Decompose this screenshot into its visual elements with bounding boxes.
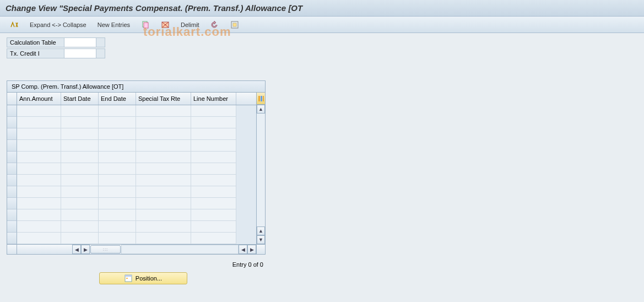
row-selector[interactable] — [7, 105, 17, 117]
cell[interactable] — [17, 117, 61, 128]
cell[interactable] — [17, 163, 61, 175]
cell[interactable] — [17, 128, 61, 140]
table-config-icon[interactable] — [257, 93, 265, 105]
cell[interactable] — [17, 221, 61, 233]
scroll-down-icon[interactable]: ▼ — [257, 235, 265, 244]
col-header-start-date[interactable]: Start Date — [61, 93, 99, 105]
cell[interactable] — [99, 105, 136, 117]
cell[interactable] — [61, 209, 99, 221]
cell[interactable] — [61, 186, 99, 198]
cell[interactable] — [136, 117, 191, 128]
horizontal-scrollbar[interactable]: ◀ ▶ ::: ◀ ▶ — [7, 244, 265, 254]
cell[interactable] — [191, 163, 236, 175]
cell[interactable] — [136, 105, 191, 117]
row-selector[interactable] — [7, 128, 17, 140]
vscroll-track[interactable] — [257, 114, 265, 227]
scroll-up2-icon[interactable]: ▲ — [257, 227, 265, 235]
cell[interactable] — [191, 140, 236, 152]
tx-credit-input[interactable] — [64, 48, 96, 58]
cell[interactable] — [191, 105, 236, 117]
cell[interactable] — [99, 117, 136, 128]
row-selector[interactable] — [7, 233, 17, 244]
col-header-tax-rate[interactable]: Special Tax Rte — [136, 93, 191, 105]
calc-table-input[interactable] — [64, 37, 96, 47]
cell[interactable] — [191, 117, 236, 128]
cell[interactable] — [17, 175, 61, 186]
row-selector[interactable] — [7, 198, 17, 209]
cell[interactable] — [191, 198, 236, 209]
delimit-button[interactable]: Delimit — [176, 20, 204, 30]
calc-table-help-icon[interactable] — [96, 37, 105, 47]
cell[interactable] — [99, 209, 136, 221]
scroll-right-icon[interactable]: ▶ — [247, 245, 256, 254]
cell[interactable] — [61, 117, 99, 128]
cell[interactable] — [99, 221, 136, 233]
cell[interactable] — [136, 152, 191, 163]
cell[interactable] — [191, 209, 236, 221]
cell[interactable] — [17, 233, 61, 244]
hscroll-track[interactable] — [121, 245, 239, 254]
row-selector[interactable] — [7, 152, 17, 163]
cell[interactable] — [136, 163, 191, 175]
scroll-up-icon[interactable]: ▲ — [257, 105, 265, 114]
cell[interactable] — [99, 198, 136, 209]
position-button[interactable]: Position... — [99, 272, 187, 284]
cell[interactable] — [136, 175, 191, 186]
scroll-right-inner-icon[interactable]: ▶ — [81, 245, 90, 254]
scroll-left2-icon[interactable]: ◀ — [239, 245, 247, 254]
cell[interactable] — [17, 198, 61, 209]
cell[interactable] — [136, 198, 191, 209]
cell[interactable] — [136, 186, 191, 198]
row-selector[interactable] — [7, 186, 17, 198]
row-selector-header[interactable] — [7, 93, 17, 105]
cell[interactable] — [191, 175, 236, 186]
cell[interactable] — [99, 163, 136, 175]
cell[interactable] — [61, 221, 99, 233]
cell[interactable] — [17, 105, 61, 117]
cell[interactable] — [61, 128, 99, 140]
hscroll-thumb[interactable]: ::: — [90, 245, 121, 254]
col-header-end-date[interactable]: End Date — [99, 93, 136, 105]
copy-icon[interactable] — [137, 19, 154, 31]
cell[interactable] — [61, 105, 99, 117]
cell[interactable] — [17, 152, 61, 163]
cell[interactable] — [61, 198, 99, 209]
col-header-ann-amount[interactable]: Ann.Amount — [17, 93, 61, 105]
cell[interactable] — [136, 140, 191, 152]
undo-icon[interactable] — [206, 19, 224, 31]
vertical-scrollbar[interactable]: ▲ ▲ ▼ — [256, 93, 265, 244]
cell[interactable] — [61, 163, 99, 175]
cell[interactable] — [136, 209, 191, 221]
cell[interactable] — [61, 233, 99, 244]
cell[interactable] — [61, 152, 99, 163]
cell[interactable] — [99, 186, 136, 198]
cell[interactable] — [99, 233, 136, 244]
cell[interactable] — [191, 233, 236, 244]
row-selector[interactable] — [7, 163, 17, 175]
row-selector[interactable] — [7, 209, 17, 221]
cell[interactable] — [136, 128, 191, 140]
cell[interactable] — [136, 221, 191, 233]
cell[interactable] — [191, 221, 236, 233]
toggle-view-icon[interactable] — [6, 19, 23, 31]
cell[interactable] — [191, 152, 236, 163]
scroll-left-icon[interactable]: ◀ — [72, 245, 81, 254]
col-header-line-number[interactable]: Line Number — [191, 93, 236, 105]
tx-credit-help-icon[interactable] — [96, 48, 105, 58]
cell[interactable] — [17, 209, 61, 221]
expand-collapse-button[interactable]: Expand <-> Collapse — [25, 20, 91, 30]
row-selector[interactable] — [7, 140, 17, 152]
cell[interactable] — [99, 128, 136, 140]
cell[interactable] — [191, 128, 236, 140]
cell[interactable] — [99, 140, 136, 152]
row-selector[interactable] — [7, 221, 17, 233]
cell[interactable] — [61, 140, 99, 152]
cell[interactable] — [17, 140, 61, 152]
cell[interactable] — [191, 186, 236, 198]
new-entries-button[interactable]: New Entries — [93, 20, 134, 30]
row-selector[interactable] — [7, 117, 17, 128]
cell[interactable] — [61, 175, 99, 186]
select-all-icon[interactable] — [226, 19, 243, 31]
cell[interactable] — [99, 175, 136, 186]
delete-icon[interactable] — [156, 19, 174, 31]
